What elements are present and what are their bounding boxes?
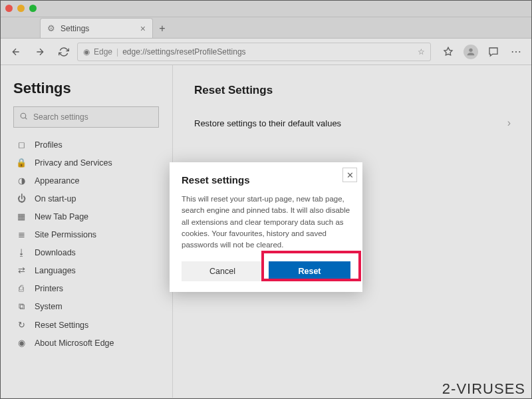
cancel-button[interactable]: Cancel — [182, 261, 263, 281]
dialog-title: Reset settings — [182, 174, 350, 186]
reset-settings-dialog: ✕ Reset settings This will reset your st… — [170, 162, 362, 292]
dialog-buttons: Cancel Reset — [182, 261, 350, 281]
dialog-body: This will reset your start-up page, new … — [182, 194, 350, 251]
reset-button[interactable]: Reset — [269, 261, 350, 281]
dialog-close-button[interactable]: ✕ — [342, 168, 357, 182]
watermark: 2-VIRUSES — [442, 380, 525, 398]
